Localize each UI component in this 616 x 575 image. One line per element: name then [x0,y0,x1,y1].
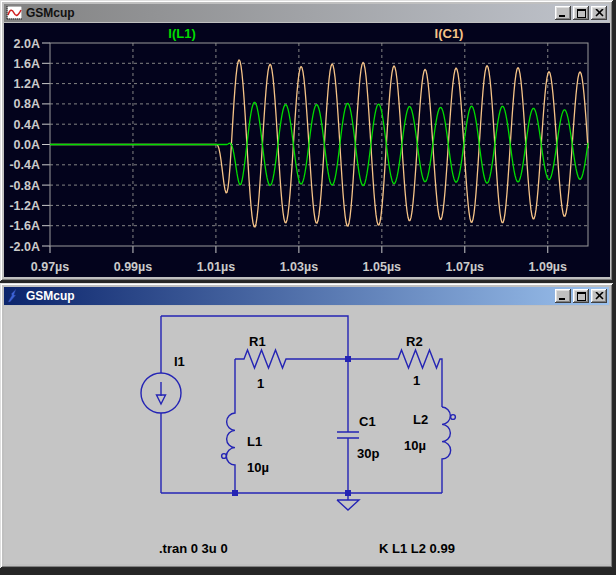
minimize-button[interactable] [555,6,571,20]
x-axis-label: 1.09µs [529,260,568,274]
directive-tran[interactable]: .tran 0 3u 0 [159,541,228,556]
close-button[interactable] [591,6,607,20]
maximize-button[interactable] [573,289,589,303]
maximize-icon [577,292,586,301]
schematic-drawing: I1 R1 1 L1 10µ C1 30p R2 1 L2 10µ .tran … [4,306,610,564]
y-axis-label: -1.2A [9,199,40,213]
label-L1[interactable]: L1 [247,434,262,449]
minimize-icon [559,9,568,18]
label-C1[interactable]: C1 [359,414,376,429]
x-axis-label: 1.01µs [197,260,236,274]
waveform-window: GSMcup 2.0A1.6A1.2A0.8A0.4A0.0A [0,0,613,281]
trace-I(C1) [50,60,588,227]
label-L2[interactable]: L2 [413,412,428,427]
y-axis-label: 0.8A [14,97,40,111]
y-axis-label: 1.6A [14,57,40,71]
x-axis-label: 1.07µs [446,260,485,274]
ltspice-schematic-icon [6,289,22,303]
label-R1[interactable]: R1 [249,334,266,349]
waveform-plot-icon [6,6,22,20]
trace-I(L1) [50,102,588,185]
y-axis-label: 0.4A [14,118,40,132]
inductor-L2[interactable] [442,407,455,493]
waveform-chart: 2.0A1.6A1.2A0.8A0.4A0.0A-0.4A-0.8A-1.2A-… [4,23,610,277]
maximize-button[interactable] [573,6,589,20]
value-L1[interactable]: 10µ [247,460,269,475]
value-R2[interactable]: 1 [413,373,420,388]
y-axis-label: -1.6A [9,219,40,233]
close-icon [595,292,604,300]
y-axis-label: 1.2A [14,77,40,91]
x-axis-label: 0.99µs [114,260,153,274]
minimize-icon [559,292,568,301]
junction-node-a [345,356,351,362]
waveform-plot-pane[interactable]: 2.0A1.6A1.2A0.8A0.4A0.0A-0.4A-0.8A-1.2A-… [4,23,610,277]
phase-dot-L2 [451,415,456,420]
y-axis-label: -2.0A [9,240,40,254]
x-axis-label: 1.05µs [363,260,402,274]
legend-I(L1)[interactable]: I(L1) [168,26,195,41]
y-axis-label: -0.4A [9,158,40,172]
waveform-window-title: GSMcup [26,6,75,20]
junction-c1-gnd [345,490,351,496]
inductor-L1[interactable] [222,359,235,493]
label-R2[interactable]: R2 [406,334,423,349]
resistor-R1[interactable] [235,350,348,368]
ltspice-workspace: GSMcup 2.0A1.6A1.2A0.8A0.4A0.0A [0,0,616,575]
junction-l1-gnd [232,490,238,496]
current-source-I1[interactable] [141,316,181,493]
x-axis-label: 1.03µs [280,260,319,274]
minimize-button[interactable] [555,289,571,303]
capacitor-C1[interactable] [337,359,359,493]
x-axis-label: 0.97µs [31,260,70,274]
schematic-window: GSMcup [0,283,613,568]
value-L2[interactable]: 10µ [404,438,426,453]
schematic-window-titlebar[interactable]: GSMcup [4,287,609,305]
close-icon [595,9,604,17]
y-axis-label: -0.8A [9,179,40,193]
waveform-window-titlebar[interactable]: GSMcup [4,4,609,22]
legend-I(C1)[interactable]: I(C1) [435,26,464,41]
schematic-pane[interactable]: I1 R1 1 L1 10µ C1 30p R2 1 L2 10µ .tran … [4,306,610,564]
resistor-R2[interactable] [348,350,442,407]
schematic-window-title: GSMcup [26,289,75,303]
label-I1[interactable]: I1 [174,354,185,369]
directive-coupling[interactable]: K L1 L2 0.99 [379,541,455,556]
value-C1[interactable]: 30p [357,446,379,461]
y-axis-label: 0.0A [14,138,40,152]
value-R1[interactable]: 1 [257,376,264,391]
maximize-icon [577,9,586,18]
y-axis-label: 2.0A [14,37,40,51]
close-button[interactable] [591,289,607,303]
